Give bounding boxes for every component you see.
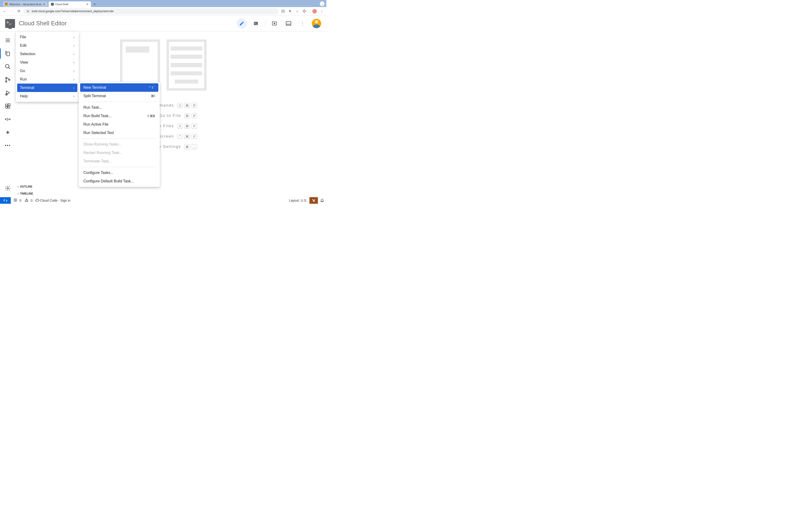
- close-icon[interactable]: ✕: [43, 3, 45, 6]
- submenu-configure-default-build-task[interactable]: Configure Default Build Task...: [80, 177, 158, 185]
- cloud-shell-header: Cloud Shell Editor ⋮: [0, 15, 326, 32]
- settings-gear-icon[interactable]: [0, 182, 15, 195]
- key-p-icon: P: [192, 113, 197, 118]
- menu-selection[interactable]: Selection›: [17, 50, 77, 58]
- back-icon[interactable]: ←: [2, 9, 7, 14]
- source-control-icon[interactable]: [0, 73, 15, 87]
- menu-go[interactable]: Go›: [17, 67, 77, 75]
- svg-rect-5: [286, 21, 291, 25]
- cloud-shell-logo-icon: [5, 19, 15, 28]
- browser-tab-strip: Welcome – lab-project-id-ex ✕ Cloud Shel…: [0, 0, 326, 7]
- submenu-configure-tasks[interactable]: Configure Tasks...: [80, 169, 158, 177]
- browser-tab-active[interactable]: Cloud Shell ✕: [49, 1, 91, 7]
- outline-section-header[interactable]: › OUTLINE: [16, 183, 79, 190]
- menu-separator: [81, 102, 157, 102]
- svg-rect-19: [8, 104, 10, 106]
- search-icon[interactable]: [0, 60, 15, 73]
- key-ctrl-icon: ⌃: [177, 134, 183, 139]
- key-cmd-icon: ⌘: [184, 113, 190, 118]
- svg-rect-2: [254, 22, 258, 25]
- browser-tab[interactable]: Welcome – lab-project-id-ex ✕: [3, 1, 48, 7]
- menu-view[interactable]: View›: [17, 58, 77, 67]
- menu-file[interactable]: File›: [17, 33, 77, 41]
- menu-separator: [81, 138, 157, 139]
- menu-edit[interactable]: Edit›: [17, 41, 77, 50]
- chevron-right-icon: ›: [73, 86, 74, 90]
- key-shift-icon: ⇧: [177, 103, 183, 108]
- chrome-menu-icon[interactable]: ⋮: [320, 9, 324, 13]
- submenu-new-terminal[interactable]: New Terminal⌃⇧`: [80, 83, 158, 92]
- browser-tab-title: Welcome – lab-project-id-ex: [9, 3, 42, 6]
- url-input[interactable]: ⊟ shell.cloud.google.com/?show=ide&envir…: [23, 8, 278, 14]
- run-debug-icon[interactable]: [0, 87, 15, 100]
- submenu-show-running-tasks: Show Running Tasks...: [80, 140, 158, 149]
- zoom-icon[interactable]: [288, 9, 292, 13]
- submenu-restart-running-task: Restart Running Task...: [80, 149, 158, 157]
- terminal-submenu: New Terminal⌃⇧` Split Terminal⌘\ Run Tas…: [79, 82, 160, 187]
- header-actions: ⋮: [237, 18, 321, 29]
- svg-point-20: [7, 187, 9, 189]
- key-p-icon: P: [192, 103, 197, 108]
- svg-point-4: [274, 23, 275, 24]
- site-settings-icon[interactable]: ⊟: [26, 10, 30, 13]
- status-bar: 0 0 Cloud Code - Sign in Layout: U.S.: [0, 197, 326, 204]
- activity-bar: •••: [0, 32, 15, 197]
- profile-icon[interactable]: [312, 9, 317, 14]
- favicon-shell-icon: [51, 3, 54, 6]
- new-tab-button[interactable]: +: [92, 1, 98, 7]
- extensions-icon[interactable]: [0, 100, 15, 113]
- favicon-gcp-icon: [5, 3, 8, 6]
- sidebar-sections: › OUTLINE › TIMELINE: [16, 183, 79, 197]
- chevron-right-icon: ›: [73, 77, 74, 81]
- menu-toggle-button[interactable]: [0, 34, 15, 47]
- install-icon[interactable]: [281, 9, 285, 13]
- reload-icon[interactable]: ⟳: [16, 9, 21, 14]
- forward-icon[interactable]: →: [9, 9, 14, 14]
- layout-button[interactable]: [284, 18, 294, 29]
- svg-point-12: [6, 77, 7, 78]
- divider: [265, 20, 265, 27]
- more-icon[interactable]: •••: [0, 139, 15, 152]
- url-text: shell.cloud.google.com/?show=ide&environ…: [32, 10, 113, 13]
- bookmark-icon[interactable]: ☆: [295, 9, 299, 13]
- key-shift-icon: ⇧: [177, 123, 183, 129]
- address-bar-actions: ☆ ⋮: [281, 9, 324, 14]
- submenu-split-terminal[interactable]: Split Terminal⌘\: [80, 92, 158, 100]
- editor-toggle-button[interactable]: [237, 18, 247, 29]
- key-cmd-icon: ⌘: [184, 103, 190, 108]
- avatar[interactable]: [312, 19, 321, 28]
- submenu-run-active-file[interactable]: Run Active File: [80, 120, 158, 129]
- menu-terminal[interactable]: Terminal›: [17, 83, 77, 92]
- close-icon[interactable]: ✕: [86, 3, 89, 6]
- error-icon: [14, 199, 17, 203]
- menu-help[interactable]: Help›: [17, 92, 77, 101]
- chevron-right-icon: ›: [73, 61, 74, 64]
- remote-indicator-icon[interactable]: [0, 197, 11, 204]
- chevron-right-icon: ›: [73, 52, 74, 56]
- svg-point-14: [9, 79, 10, 80]
- extensions-icon[interactable]: [302, 9, 306, 13]
- menu-run[interactable]: Run›: [17, 75, 77, 83]
- gemini-icon[interactable]: [0, 126, 15, 139]
- status-layout[interactable]: Layout: U.S.: [287, 197, 309, 204]
- svg-rect-16: [6, 104, 7, 106]
- tabs-dropdown-icon[interactable]: ⌄: [320, 1, 324, 6]
- submenu-run-build-task[interactable]: Run Build Task...⇧⌘B: [80, 112, 158, 120]
- open-in-new-window-button[interactable]: [269, 18, 280, 29]
- key-cmd-icon: ⌘: [184, 123, 190, 129]
- terminal-toggle-button[interactable]: [251, 18, 261, 29]
- more-menu-button[interactable]: ⋮: [298, 18, 308, 29]
- timeline-section-header[interactable]: › TIMELINE: [16, 190, 79, 197]
- submenu-run-selected-text[interactable]: Run Selected Text: [80, 129, 158, 137]
- chevron-right-icon: ›: [73, 69, 74, 73]
- svg-rect-17: [6, 106, 7, 108]
- cloud-code-icon[interactable]: [0, 113, 15, 126]
- status-notifications-icon[interactable]: [318, 197, 326, 204]
- status-problems[interactable]: 0 0: [11, 197, 33, 204]
- status-cloud-code[interactable]: Cloud Code - Sign in: [33, 197, 73, 204]
- explorer-icon[interactable]: [0, 47, 15, 60]
- chevron-right-icon: ›: [73, 94, 74, 98]
- submenu-run-task[interactable]: Run Task...: [80, 103, 158, 112]
- status-ports-icon[interactable]: [309, 197, 318, 204]
- svg-line-11: [8, 67, 10, 69]
